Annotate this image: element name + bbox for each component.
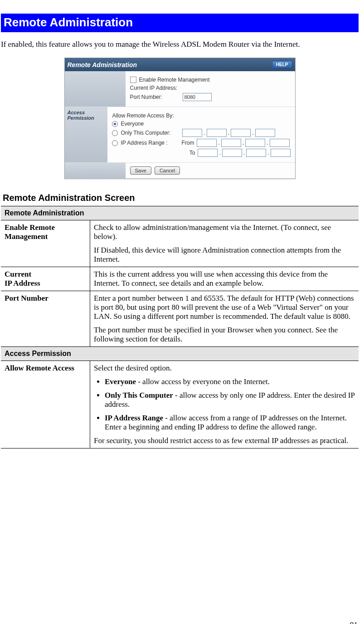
page-number: 91: [350, 620, 358, 624]
row2-label-l2: IP Address: [5, 279, 40, 288]
from-ip-2[interactable]: [221, 139, 241, 147]
row2-p1: This is the current address you will use…: [94, 270, 355, 288]
only-ip-2[interactable]: [207, 129, 227, 137]
to-ip-4[interactable]: [271, 149, 291, 157]
router-screenshot: Remote Administration HELP Enable Remote…: [64, 58, 296, 179]
port-number-input[interactable]: 8080: [183, 93, 212, 101]
intro-paragraph: If enabled, this feature allows you to m…: [1, 39, 359, 49]
save-button[interactable]: Save: [130, 166, 151, 175]
list-item: IP Address Range - allow access from a r…: [105, 414, 355, 432]
to-ip-3[interactable]: [246, 149, 266, 157]
radio-only-this[interactable]: [112, 130, 118, 136]
enable-remote-checkbox[interactable]: [130, 77, 136, 83]
help-button[interactable]: HELP: [272, 61, 292, 68]
opt-everyone-label: Everyone: [121, 121, 144, 127]
table-row: Current IP Address This is the current a…: [1, 267, 359, 291]
row1-p2: If Disabled, this device will ignore Adm…: [94, 246, 355, 264]
table-row: Allow Remote Access Select the desired o…: [1, 361, 359, 448]
section-label-blank: [65, 71, 126, 107]
section-label-access: Access Permission: [65, 107, 108, 162]
only-ip-3[interactable]: [231, 129, 251, 137]
row4-intro: Select the desired option.: [94, 364, 355, 373]
port-number-label: Port Number:: [130, 94, 180, 100]
table-heading: Remote Administration Screen: [3, 193, 359, 203]
row4-label: Allow Remote Access: [1, 361, 90, 448]
list-item: Only This Computer - allow access by onl…: [105, 391, 355, 409]
from-ip-3[interactable]: [245, 139, 265, 147]
opt-range-label: IP Address Range :: [121, 140, 177, 146]
page-title: Remote Administration: [1, 14, 359, 32]
row1-label: Enable Remote Management: [1, 220, 90, 267]
row4-outro: For security, you should restrict access…: [94, 436, 355, 445]
radio-everyone[interactable]: [112, 121, 118, 127]
row1-p1: Check to allow administration/management…: [94, 223, 355, 241]
list-item: Everyone - allow access by everyone on t…: [105, 377, 355, 386]
section-remote-admin: Remote Administration: [1, 206, 359, 220]
cancel-button[interactable]: Cancel: [155, 166, 180, 175]
row3-p1: Enter a port number between 1 and 65535.…: [94, 294, 355, 321]
current-ip-label: Current IP Address:: [130, 85, 180, 91]
only-ip-1[interactable]: [182, 129, 202, 137]
allow-remote-label: Allow Remote Access By:: [112, 112, 174, 119]
row3-p2: The port number must be specified in you…: [94, 326, 355, 344]
description-table: Remote Administration Enable Remote Mana…: [1, 206, 359, 448]
opt-only-label: Only This Computer:: [121, 130, 180, 136]
from-ip-1[interactable]: [197, 139, 217, 147]
from-ip-4[interactable]: [270, 139, 290, 147]
from-label: From: [180, 140, 194, 146]
only-ip-4[interactable]: [255, 129, 275, 137]
screenshot-title: Remote Administration: [68, 61, 137, 68]
table-row: Enable Remote Management Check to allow …: [1, 220, 359, 267]
row2-label-l1: Current: [5, 270, 31, 278]
section-label-buttons: [65, 163, 126, 178]
table-row: Port Number Enter a port number between …: [1, 291, 359, 347]
to-label: To: [180, 150, 195, 156]
radio-ip-range[interactable]: [112, 140, 118, 146]
enable-remote-label: Enable Remote Management: [139, 77, 210, 83]
section-access-permission: Access Permission: [1, 347, 359, 361]
row3-label: Port Number: [1, 291, 90, 347]
to-ip-2[interactable]: [222, 149, 242, 157]
to-ip-1[interactable]: [198, 149, 218, 157]
